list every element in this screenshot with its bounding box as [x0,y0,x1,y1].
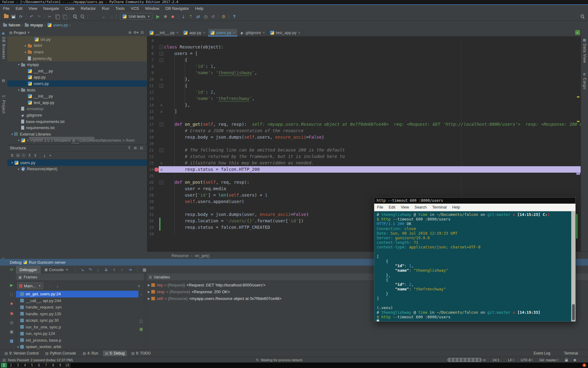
code-line[interactable]: 12 'id': 2, [147,89,581,95]
save-all-icon[interactable] [10,13,17,20]
search-everywhere-icon[interactable] [579,13,586,20]
code-line[interactable]: 11 { [147,82,581,89]
hide-panel-icon[interactable]: ⊟ [138,146,145,150]
open-folder-icon[interactable] [2,13,10,20]
code-line[interactable]: 9 'name': 'theenglishway', [147,70,581,76]
frames-side-minus-icon[interactable]: − [138,293,144,297]
frame-down-icon[interactable]: ↓ [54,284,62,288]
close-icon[interactable]: × [263,31,265,34]
frame-row[interactable]: » init_process, base.p [16,337,138,344]
breadcrumb-item[interactable]: myapp › [25,23,47,27]
typo-stripe-mark[interactable] [577,96,579,98]
find-icon[interactable] [71,13,79,20]
tool-window-button[interactable]: ▤ Python Console [43,351,78,356]
breadcrumb-item[interactable]: falcon › [3,23,25,27]
tree-arrow-icon[interactable]: ▸ [23,50,28,54]
tab-debugger[interactable]: Debugger [16,266,41,274]
expand-icon[interactable]: ▶ [146,283,151,287]
tool-button-project[interactable]: 1: Project [2,95,6,114]
terminal-window[interactable]: http --timeout 600 :8000/users FileEditV… [374,197,576,322]
menu-item[interactable]: Code [62,5,78,12]
workspace-button[interactable]: 3 [15,363,21,368]
project-icon[interactable]: ▤ [2,79,5,82]
workspace-button[interactable]: 9 [57,363,63,368]
code-line[interactable]: 18 # Create a JSON representation of the… [147,128,581,134]
move-bottom-icon[interactable]: ⊻ [32,153,38,158]
undo-icon[interactable]: ↶ [28,13,35,20]
frame-row[interactable]: » handle_request, syn [16,304,138,311]
terminal-content[interactable]: # theenglishway @ time in ~/Documents/fa… [374,211,575,321]
tab-console[interactable]: ▣ Console ⇥ [41,267,72,272]
tool-window-button[interactable]: ▤ 5: Debug [103,351,127,356]
move-top-icon[interactable]: ⊼ [27,153,32,158]
compare-icon[interactable]: ⇄ [194,13,202,20]
execution-stripe-mark[interactable] [576,172,580,175]
forward-icon[interactable]: → [107,13,115,20]
menu-item[interactable]: Edit [13,5,25,12]
workspace-button[interactable]: 1 [1,363,7,368]
frame-row[interactable]: » accept, sync.py:30 [16,317,138,324]
view-breakpoints-icon[interactable]: ◉ [9,311,15,316]
db-browser-icon[interactable]: ◉ [2,31,5,35]
run-with-coverage-icon[interactable]: ✱ [162,13,169,20]
run-icon[interactable]: ▶ [154,13,162,20]
workspace-button[interactable]: 7 [43,363,49,368]
step-into-icon[interactable]: ↓ [94,267,102,272]
frame-up-icon[interactable]: ↑ [46,284,54,288]
editor-tab[interactable]: app.py × [181,29,208,36]
menu-item[interactable]: Help [192,5,206,12]
code-line[interactable]: 13 'name': 'thefrenchway', [147,95,581,102]
tool-button-cargo[interactable]: Cargo [582,78,587,90]
tree-row[interactable]: ▾ External Libraries [7,131,147,137]
code-line[interactable]: 27 user = req.media [147,186,581,192]
typo-stripe-mark[interactable] [577,121,579,122]
redo-icon[interactable]: ↷ [35,13,43,20]
tree-row[interactable]: __init__.py [7,93,147,99]
back-icon[interactable]: ← [100,13,107,20]
tree-row[interactable]: ▾ myapp [7,61,147,68]
locate-icon[interactable]: ⊕ [127,30,133,35]
step-over-icon[interactable]: ↷ [86,267,94,272]
code-line[interactable]: 16 [147,115,581,121]
status-message[interactable]: ▤ Tests Passed: 2 passed (today 12:37 PM… [2,357,73,363]
workspace-button[interactable]: 6 [36,363,42,368]
mute-breakpoints-icon[interactable]: ◎ [9,320,15,325]
frames-side-grid-icon[interactable]: ▦ [138,327,144,331]
tree-row[interactable]: pyvenv.cfg [7,55,147,62]
settings-icon[interactable]: ⚙ [220,13,227,20]
inspection-ok-icon[interactable]: ✓ [575,30,580,35]
frame-row[interactable]: » __call__, api.py:244 [16,297,138,304]
code-line[interactable]: 10 }, [147,76,581,82]
code-line[interactable]: 22 # status returned by the framework, b… [147,153,581,160]
menu-item[interactable]: Tools [112,5,128,12]
code-line[interactable]: 7 { [147,57,581,63]
tree-row[interactable]: requirements.txt [7,125,147,131]
structure-row[interactable]: ▾ users.py [7,159,147,166]
pause-icon[interactable]: ∣∣ [9,292,15,297]
hector-icon[interactable]: ☻ [573,358,577,362]
restore-layout-icon[interactable]: ▦ [9,339,15,343]
code-line[interactable]: 14 }, [147,102,581,108]
workspace-button[interactable]: 2 [8,363,14,368]
show-info-icon[interactable]: ⓘ [21,153,27,158]
tool-window-button[interactable]: ▤ 6: TODO [129,351,153,356]
tray-pin-icon[interactable] [582,363,586,367]
close-icon[interactable]: × [298,31,300,34]
tree-row[interactable]: app.py [7,74,147,81]
lock-icon[interactable] [565,359,568,362]
workspace-button[interactable]: 4 [22,363,28,368]
code-line[interactable]: 25 [147,173,581,179]
terminal-menu-item[interactable]: Edit [386,205,398,209]
code-line[interactable]: 4 [147,37,581,44]
code-line[interactable]: 26 def on_post(self, req, resp): [147,179,581,186]
tool-window-button[interactable]: ▤ 4: Run [81,351,100,356]
frames-side-copy-icon[interactable]: ▢ [138,319,144,323]
menu-item[interactable]: Window [142,5,162,12]
filter-icon[interactable]: ⌖ [47,153,53,158]
expand-icon[interactable]: ▶ [146,297,151,300]
editor-tab[interactable]: users.py × [208,29,238,36]
force-step-into-icon[interactable]: ⇟ [110,267,118,272]
stop-icon[interactable]: ■ [169,13,176,20]
breakpoint-icon[interactable] [154,167,159,172]
tree-arrow-icon[interactable]: ▸ [17,167,21,171]
